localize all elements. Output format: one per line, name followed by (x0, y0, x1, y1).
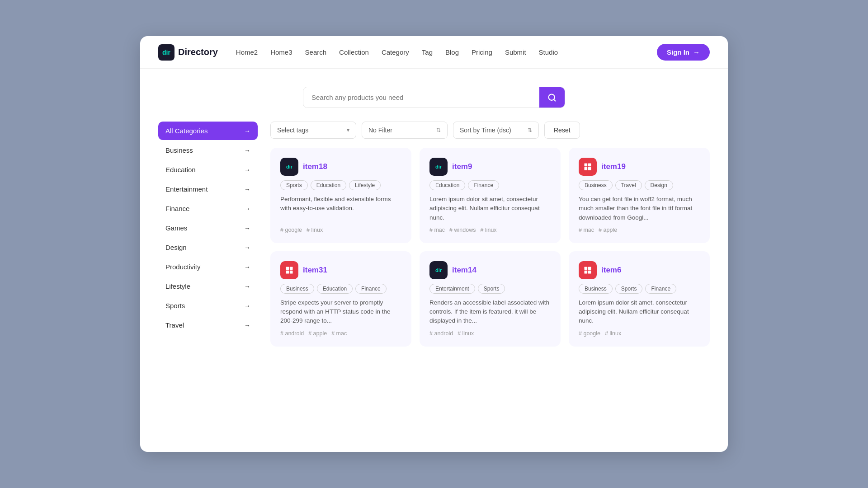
card-tag: Finance (468, 180, 499, 190)
card-hashtag: windows (449, 227, 476, 233)
arrow-right-icon: → (244, 225, 250, 232)
card-description: Renders an accessible label associated w… (429, 298, 551, 326)
card-tag: Sports (280, 180, 308, 190)
sidebar-item-business[interactable]: Business → (158, 141, 258, 160)
card-tag: Business (579, 180, 613, 190)
card-hashtags: android apple mac (280, 330, 401, 337)
card-title: item31 (303, 266, 327, 275)
nav: Home2 Home3 Search Collection Category T… (236, 48, 657, 56)
logo-area[interactable]: dir Directory (158, 44, 218, 61)
card-icon: dir (280, 158, 298, 176)
search-input[interactable] (303, 87, 539, 108)
search-section (140, 69, 728, 122)
card-title: item19 (601, 162, 626, 171)
card-description: Lorem ipsum dolor sit amet, consectetur … (429, 195, 551, 222)
card-tags: Education Finance (429, 180, 551, 190)
card-hashtag: google (280, 227, 302, 233)
card-hashtags: google linux (280, 227, 401, 233)
sidebar-item-games[interactable]: Games → (158, 219, 258, 237)
content-area: Select tags ▾ No Filter ⇅ Sort by Time (… (270, 122, 710, 347)
card-hashtag: mac (429, 227, 445, 233)
logo-abbr: dir (162, 49, 170, 56)
card-title: item14 (452, 266, 476, 275)
card-tag: Education (311, 180, 346, 190)
search-button[interactable] (539, 87, 565, 108)
arrow-right-icon: → (693, 48, 700, 56)
card-item31[interactable]: item31 Business Education Finance Stripe… (270, 251, 411, 347)
search-icon (547, 93, 557, 102)
arrow-right-icon: → (244, 186, 250, 193)
nav-home2[interactable]: Home2 (236, 48, 258, 56)
svg-line-1 (554, 99, 556, 101)
nav-home3[interactable]: Home3 (270, 48, 292, 56)
card-description: You can get font file in woff2 format, m… (579, 195, 700, 222)
card-hashtag: android (280, 330, 304, 337)
reset-button[interactable]: Reset (544, 122, 580, 139)
no-filter-select[interactable]: No Filter ⇅ (362, 122, 448, 139)
nav-studio[interactable]: Studio (539, 48, 558, 56)
card-item14[interactable]: dir item14 Entertainment Sports Renders … (420, 251, 561, 347)
card-hashtag: apple (308, 330, 327, 337)
card-header: item6 (579, 261, 700, 279)
card-hashtag: linux (458, 330, 474, 337)
nav-category[interactable]: Category (382, 48, 409, 56)
sidebar-item-entertainment[interactable]: Entertainment → (158, 180, 258, 198)
card-item19[interactable]: item19 Business Travel Design You can ge… (569, 148, 710, 243)
tool-icon (583, 266, 592, 275)
arrow-right-icon: → (244, 302, 250, 310)
nav-submit[interactable]: Submit (505, 48, 526, 56)
sidebar-item-productivity[interactable]: Productivity → (158, 258, 258, 276)
header: dir Directory Home2 Home3 Search Collect… (140, 36, 728, 69)
arrow-right-icon: → (244, 127, 250, 135)
chevron-updown-icon: ⇅ (436, 127, 441, 133)
svg-rect-5 (588, 167, 591, 170)
nav-tag[interactable]: Tag (422, 48, 433, 56)
card-item18[interactable]: dir item18 Sports Education Lifestyle Pe… (270, 148, 411, 243)
card-header: dir item18 (280, 158, 401, 176)
card-hashtags: mac windows linux (429, 227, 551, 233)
card-tag: Design (645, 180, 673, 190)
sidebar-item-travel[interactable]: Travel → (158, 316, 258, 334)
sidebar-item-design[interactable]: Design → (158, 238, 258, 257)
chevron-down-icon: ▾ (347, 127, 349, 133)
arrow-right-icon: → (244, 147, 250, 154)
tool-icon (285, 266, 294, 275)
arrow-right-icon: → (244, 244, 250, 251)
card-hashtag: android (429, 330, 453, 337)
card-hashtag: google (579, 330, 600, 337)
card-header: item19 (579, 158, 700, 176)
signin-button[interactable]: Sign In → (657, 44, 710, 61)
card-item6[interactable]: item6 Business Sports Finance Lorem ipsu… (569, 251, 710, 347)
app-window: dir Directory Home2 Home3 Search Collect… (140, 36, 728, 452)
card-hashtag: apple (599, 227, 617, 233)
card-hashtags: mac apple (579, 227, 700, 233)
nav-blog[interactable]: Blog (445, 48, 459, 56)
card-icon: dir (429, 261, 448, 279)
sidebar-item-all-categories[interactable]: All Categories → (158, 122, 258, 140)
card-hashtag: mac (579, 227, 594, 233)
card-title: item9 (452, 162, 472, 171)
card-description: Performant, flexible and extensible form… (280, 195, 401, 222)
arrow-right-icon: → (244, 166, 250, 174)
card-icon (579, 158, 597, 176)
sidebar-item-education[interactable]: Education → (158, 160, 258, 179)
svg-rect-8 (286, 271, 289, 274)
card-tag: Travel (615, 180, 642, 190)
nav-search[interactable]: Search (305, 48, 327, 56)
svg-rect-3 (588, 164, 591, 167)
sort-select[interactable]: Sort by Time (dsc) ⇅ (453, 122, 539, 139)
sidebar-item-sports[interactable]: Sports → (158, 296, 258, 315)
tags-filter[interactable]: Select tags ▾ (270, 122, 356, 139)
svg-rect-13 (588, 271, 591, 274)
card-tag: Business (280, 284, 314, 294)
nav-pricing[interactable]: Pricing (472, 48, 492, 56)
card-title: item18 (303, 162, 327, 171)
chevron-updown-icon: ⇅ (528, 127, 532, 133)
sidebar-item-lifestyle[interactable]: Lifestyle → (158, 277, 258, 296)
card-hashtag: linux (307, 227, 323, 233)
nav-collection[interactable]: Collection (339, 48, 369, 56)
sidebar-item-finance[interactable]: Finance → (158, 199, 258, 218)
card-tags: Business Travel Design (579, 180, 700, 190)
card-item9[interactable]: dir item9 Education Finance Lorem ipsum … (420, 148, 561, 243)
search-wrapper (303, 87, 565, 108)
